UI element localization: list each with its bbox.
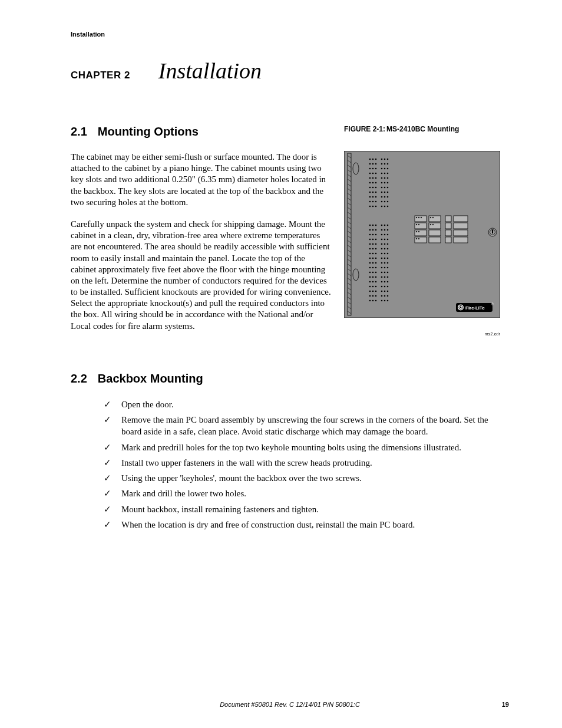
svg-point-150 [372,291,374,292]
svg-point-77 [381,163,383,165]
svg-point-164 [381,234,383,236]
svg-point-197 [381,286,383,288]
svg-point-194 [381,281,383,283]
svg-point-83 [381,173,383,174]
svg-point-137 [369,272,371,274]
svg-point-143 [369,281,371,283]
svg-point-169 [387,239,389,241]
list-item: Using the upper 'keyholes', mount the ba… [104,472,509,484]
svg-point-158 [381,225,383,226]
svg-point-174 [384,248,386,250]
svg-point-101 [381,201,383,203]
svg-point-41 [369,159,371,160]
svg-point-42 [372,159,374,160]
svg-point-195 [384,281,386,283]
svg-point-67 [375,196,377,198]
svg-point-88 [387,177,389,179]
svg-point-66 [372,196,374,198]
svg-point-97 [387,192,389,193]
chapter-label: CHAPTER 2 [71,70,130,81]
svg-point-70 [375,201,377,203]
svg-point-53 [369,177,371,179]
svg-point-45 [372,163,374,165]
svg-point-60 [372,187,374,189]
svg-point-98 [381,196,383,198]
list-item: Mount backbox, install remaining fastene… [104,503,509,515]
svg-point-64 [375,192,377,193]
svg-point-151 [375,291,377,292]
svg-text:®: ® [491,302,494,306]
svg-point-123 [372,248,374,250]
svg-point-124 [375,248,377,250]
svg-point-87 [384,177,386,179]
svg-point-43 [375,159,377,160]
svg-point-59 [369,187,371,189]
svg-point-186 [384,267,386,269]
svg-rect-222 [429,237,441,243]
figure-2-1-image: FIre·LITe ® ms2.cdr [344,151,500,328]
svg-point-234 [416,231,417,232]
svg-point-107 [369,225,371,226]
svg-point-46 [375,163,377,165]
section-2-1-heading: 2.1Mounting Options [71,125,332,139]
svg-point-200 [381,291,383,292]
drawing-id: ms2.cdr [485,332,500,336]
svg-point-96 [384,192,386,193]
svg-point-108 [372,225,374,226]
svg-point-122 [369,248,371,250]
svg-point-128 [369,258,371,259]
svg-point-69 [372,201,374,203]
svg-point-145 [375,281,377,283]
svg-rect-1 [348,153,351,315]
svg-point-55 [375,177,377,179]
svg-point-231 [418,224,419,225]
svg-point-119 [369,243,371,245]
svg-point-99 [384,196,386,198]
footer-doc-info: Document #50801 Rev. C 12/14/01 P/N 5080… [217,701,363,708]
svg-point-167 [381,239,383,241]
svg-point-201 [384,291,386,292]
section-2-1-para-1: The cabinet may be either semi-flush or … [71,151,332,208]
svg-point-105 [384,206,386,207]
svg-point-176 [381,253,383,255]
svg-rect-210 [429,216,441,222]
svg-point-136 [375,267,377,269]
svg-point-133 [375,262,377,264]
section-title: Mounting Options [98,125,199,138]
svg-point-160 [387,225,389,226]
svg-point-175 [387,248,389,250]
list-item: When the location is dry and free of con… [104,519,509,531]
svg-point-199 [387,286,389,288]
svg-point-179 [381,258,383,259]
svg-rect-224 [454,237,468,243]
svg-point-190 [387,272,389,274]
svg-point-104 [381,206,383,207]
svg-point-173 [381,248,383,250]
svg-point-154 [375,295,377,297]
svg-point-196 [387,281,389,283]
svg-point-230 [416,224,417,225]
svg-point-92 [381,187,383,189]
svg-point-149 [369,291,371,292]
svg-point-113 [369,234,371,236]
svg-point-142 [375,276,377,278]
svg-point-208 [387,300,389,302]
svg-point-159 [384,225,386,226]
svg-point-54 [372,177,374,179]
svg-point-189 [384,272,386,274]
brand-text: FIre·LITe [465,305,485,311]
svg-point-86 [381,177,383,179]
svg-point-141 [372,276,374,278]
svg-point-177 [384,253,386,255]
svg-point-93 [384,187,386,189]
svg-point-44 [369,163,371,165]
svg-rect-209 [415,216,427,222]
svg-point-229 [432,217,434,218]
svg-point-140 [369,276,371,278]
page-footer: Document #50801 Rev. C 12/14/01 P/N 5080… [71,701,509,708]
svg-point-68 [369,201,371,203]
svg-rect-212 [454,216,468,222]
svg-point-130 [375,258,377,259]
chapter-heading: CHAPTER 2 Installation [71,58,509,84]
svg-point-89 [381,182,383,184]
